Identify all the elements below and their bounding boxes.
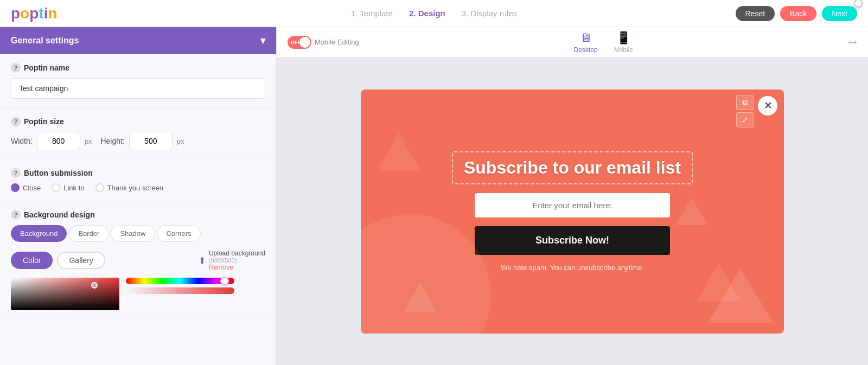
radio-close-label: Close <box>23 184 41 192</box>
preview-canvas: ✕ ⧉ ⤢ Subscribe to our email list Subscr… <box>277 57 868 365</box>
radio-row: Close Link to Thank you screen <box>11 183 265 192</box>
bg-tri-2 <box>697 263 741 301</box>
popup-copy-button[interactable]: ⧉ <box>736 95 754 110</box>
button-submission-label-row: ? Button submission <box>11 168 265 178</box>
gallery-button[interactable]: Gallery <box>57 252 105 269</box>
popup-preview: ✕ ⧉ ⤢ Subscribe to our email list Subscr… <box>361 89 784 334</box>
poptin-size-section: ? Poptin size Width: px Height: px <box>0 108 276 159</box>
radio-thank-you[interactable]: Thank you screen <box>95 183 163 192</box>
popup-close-button[interactable]: ✕ <box>758 96 777 116</box>
next-button[interactable]: Next <box>822 6 857 21</box>
bg-design-tabs: Background Border Shadow Corners <box>11 225 265 242</box>
remove-link[interactable]: Remove <box>209 264 265 271</box>
poptin-name-input[interactable] <box>11 78 265 99</box>
reset-button[interactable]: Reset <box>736 6 775 21</box>
step-2-label: Design <box>418 9 445 18</box>
button-submission-section: ? Button submission Close Link to Thank … <box>0 159 276 201</box>
radio-thankyou-label: Thank you screen <box>107 184 163 192</box>
color-swatch-overlay <box>11 278 119 310</box>
mobile-editing-group: OFF Mobile Editing <box>288 36 359 49</box>
hue-slider-thumb <box>220 277 229 285</box>
height-label: Height: <box>100 137 124 145</box>
popup-bg-shapes <box>361 89 784 334</box>
device-tab-mobile[interactable]: 📱 Mobile <box>614 31 633 54</box>
width-input[interactable] <box>37 132 80 150</box>
width-field: Width: px <box>11 132 92 150</box>
step-display-rules[interactable]: 3. Display rules <box>462 9 518 18</box>
color-gradient-picker[interactable] <box>11 278 119 310</box>
panel-header-title: General settings <box>11 36 79 46</box>
help-icon-submission[interactable]: ? <box>11 168 21 178</box>
left-panel: General settings ▾ ? Poptin name ? Popti… <box>0 27 277 365</box>
desktop-label: Desktop <box>574 46 598 54</box>
color-picker-area <box>11 278 265 310</box>
toggle-thumb <box>299 37 310 48</box>
color-gallery-btns: Color Gallery <box>11 252 105 269</box>
device-tabs: 🖥 Desktop 📱 Mobile <box>574 31 633 54</box>
step-1-num: 1. <box>351 9 358 18</box>
poptin-size-label: Poptin size <box>24 117 64 126</box>
width-label: Width: <box>11 137 33 145</box>
color-button[interactable]: Color <box>11 252 53 269</box>
radio-dot-link <box>52 183 60 192</box>
expand-icon[interactable]: ⤢ <box>845 34 860 50</box>
help-icon-bg[interactable]: ? <box>11 210 21 220</box>
panel-header: General settings ▾ <box>0 27 276 54</box>
back-button[interactable]: Back <box>780 6 816 21</box>
top-nav: poptin 1. Template 2. Design 3. Display … <box>0 0 868 27</box>
tab-background[interactable]: Background <box>11 225 67 242</box>
help-icon-size[interactable]: ? <box>11 117 21 126</box>
background-design-section: ? Background design Background Border Sh… <box>0 201 276 319</box>
color-picker-handle[interactable] <box>91 282 98 289</box>
upload-icon: ⬆ <box>199 255 206 266</box>
step-3-label: Display rules <box>470 9 517 18</box>
upload-label[interactable]: Upload background <box>209 249 265 257</box>
size-row: Width: px Height: px <box>11 132 265 150</box>
upload-row: ⬆ Upload background (800X500) Remove <box>199 249 265 271</box>
height-input[interactable] <box>129 132 173 150</box>
steps-nav: 1. Template 2. Design 3. Display rules <box>351 9 518 18</box>
desktop-icon: 🖥 <box>580 31 592 45</box>
hue-slider[interactable] <box>126 278 234 284</box>
help-icon-name[interactable]: ? <box>11 63 21 73</box>
main-layout: General settings ▾ ? Poptin name ? Popti… <box>0 27 868 365</box>
popup-resize-button[interactable]: ⤢ <box>736 112 754 127</box>
logo: poptin <box>11 5 58 22</box>
height-field: Height: px <box>100 132 184 150</box>
tab-border[interactable]: Border <box>69 225 108 242</box>
bg-tri-5 <box>404 282 437 312</box>
panel-chevron-icon[interactable]: ▾ <box>260 35 265 47</box>
step-1-label: Template <box>360 9 393 18</box>
bg-design-label-row: ? Background design <box>11 210 265 220</box>
logo-text: poptin <box>11 5 58 22</box>
radio-link-to[interactable]: Link to <box>52 183 84 192</box>
poptin-size-label-row: ? Poptin size <box>11 117 265 126</box>
device-tab-desktop[interactable]: 🖥 Desktop <box>574 31 598 54</box>
step-template[interactable]: 1. Template <box>351 9 393 18</box>
radio-close[interactable]: Close <box>11 183 41 192</box>
button-submission-label: Button submission <box>24 169 93 177</box>
tab-corners[interactable]: Corners <box>157 225 200 242</box>
opacity-slider[interactable] <box>126 287 234 294</box>
tab-shadow[interactable]: Shadow <box>111 225 155 242</box>
width-px: px <box>85 137 92 145</box>
radio-dot-thankyou <box>95 183 104 192</box>
mobile-label: Mobile <box>614 46 633 54</box>
poptin-name-section: ? Poptin name <box>0 54 276 108</box>
step-3-num: 3. <box>462 9 469 18</box>
bg-tri-3 <box>675 198 708 225</box>
preview-toolbar: OFF Mobile Editing 🖥 Desktop 📱 Mobile ⤢ <box>277 27 868 57</box>
bg-tri-4 <box>377 133 420 171</box>
mobile-editing-toggle[interactable]: OFF <box>288 36 311 49</box>
popup-action-buttons: ⧉ ⤢ <box>736 95 754 127</box>
right-preview: OFF Mobile Editing 🖥 Desktop 📱 Mobile ⤢ <box>277 27 868 365</box>
step-design[interactable]: 2. Design <box>409 9 445 18</box>
nav-buttons: Reset Back Next <box>736 6 858 21</box>
bg-circle-1 <box>361 214 491 334</box>
bg-design-label: Background design <box>24 210 95 219</box>
radio-link-label: Link to <box>63 184 84 192</box>
upload-sub: (800X500) <box>209 257 265 264</box>
step-2-num: 2. <box>409 9 416 18</box>
mobile-icon: 📱 <box>616 31 631 45</box>
radio-dot-close <box>11 183 20 192</box>
